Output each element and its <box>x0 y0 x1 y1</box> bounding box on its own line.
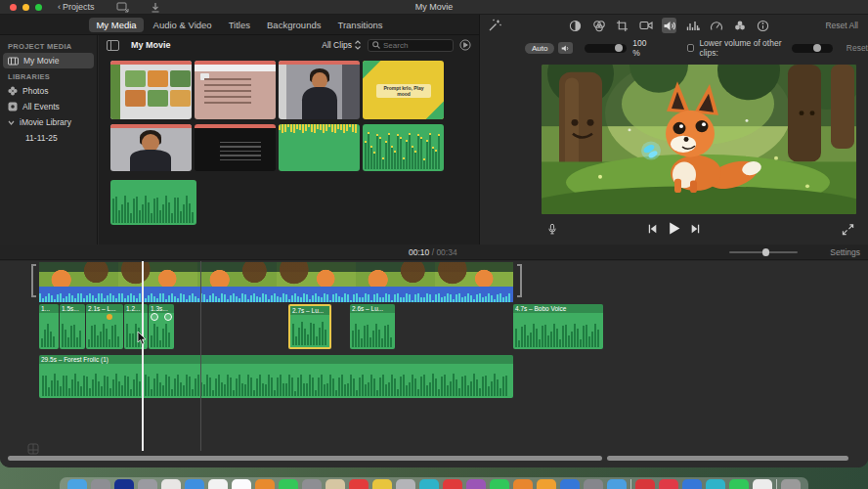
dock-app-icon[interactable] <box>659 479 678 489</box>
dock-app-icon[interactable] <box>635 479 655 489</box>
timeline-hscrollbar[interactable] <box>8 456 602 461</box>
media-thumbnail-audio-2[interactable] <box>363 124 444 171</box>
dock-app-icon[interactable] <box>443 479 462 489</box>
playhead[interactable] <box>142 261 144 451</box>
sidebar-item-photos[interactable]: Photos <box>0 83 97 99</box>
audio-clip-2[interactable]: 1.5s... <box>60 304 85 349</box>
noise-reduction-icon[interactable] <box>685 18 700 33</box>
preview-viewer[interactable] <box>542 65 856 214</box>
close-window-button[interactable] <box>10 4 17 11</box>
media-thumbnail-document[interactable] <box>195 61 276 119</box>
dock-app-icon[interactable] <box>91 479 110 489</box>
tab-backgrounds[interactable]: Backgrounds <box>260 18 327 32</box>
chevron-down-icon[interactable] <box>8 120 15 125</box>
audio-clip-6-selected[interactable]: 2.7s – Lu... <box>288 304 331 349</box>
dock-app-icon[interactable] <box>781 479 801 489</box>
dock-app-icon[interactable] <box>513 479 533 489</box>
skip-back-button[interactable] <box>646 223 658 235</box>
color-correction-icon[interactable] <box>591 18 606 33</box>
dock-app-icon[interactable] <box>466 479 486 489</box>
sidebar-item-imovie-library[interactable]: iMovie Library <box>0 114 97 130</box>
dock-app-icon[interactable] <box>161 479 181 489</box>
dock-app-icon[interactable] <box>490 479 509 489</box>
reset-all-button[interactable]: Reset All <box>825 21 858 30</box>
import-media-icon[interactable] <box>116 2 129 13</box>
skip-forward-button[interactable] <box>690 223 702 235</box>
dock-app-icon[interactable] <box>607 479 627 489</box>
search-input[interactable] <box>383 41 449 50</box>
dock-app-icon[interactable] <box>682 479 702 489</box>
play-button[interactable] <box>667 221 681 236</box>
music-clip[interactable]: 29.5s – Forest Frolic (1) <box>39 355 513 398</box>
video-audio-track[interactable] <box>39 287 513 302</box>
zoom-window-button[interactable] <box>35 4 42 11</box>
ducking-slider[interactable] <box>792 44 833 53</box>
dock-app-icon[interactable] <box>255 479 275 489</box>
clip-filter-dropdown[interactable]: All Clips <box>322 40 362 50</box>
auto-volume-button[interactable]: Auto <box>525 43 554 54</box>
lower-volume-checkbox[interactable] <box>687 44 694 52</box>
dock-app-icon[interactable] <box>279 479 298 489</box>
video-clip-filmstrip[interactable] <box>39 262 513 287</box>
audio-clip-8[interactable]: 4.7s – Bobo Voice <box>513 304 603 349</box>
sidebar-item-all-events[interactable]: All Events <box>0 99 97 114</box>
clip-trim-handle-left[interactable] <box>31 264 36 297</box>
timeline-settings-button[interactable]: Settings <box>830 247 860 257</box>
stabilization-icon[interactable] <box>638 18 653 33</box>
dock-app-icon[interactable] <box>584 479 603 489</box>
media-thumbnail-presenter[interactable] <box>279 61 360 119</box>
volume-icon[interactable] <box>662 18 676 33</box>
ducking-slider-knob[interactable] <box>813 44 821 52</box>
audio-clip-7[interactable]: 2.6s – Lu... <box>350 304 395 349</box>
audio-clip-3[interactable]: 2.1s – L... <box>86 304 123 349</box>
info-icon[interactable] <box>756 18 770 33</box>
browser-appearance-icon[interactable] <box>107 40 119 51</box>
mute-button[interactable] <box>558 42 572 54</box>
media-thumbnail-audio-3[interactable] <box>110 180 196 225</box>
dock-app-icon[interactable] <box>706 479 725 489</box>
speed-icon[interactable] <box>709 18 723 33</box>
dock-app-icon[interactable] <box>208 479 228 489</box>
dock-app-icon[interactable] <box>138 479 157 489</box>
dock-app-icon[interactable] <box>396 479 415 489</box>
tab-my-media[interactable]: My Media <box>89 18 143 32</box>
clip-filter-icon[interactable] <box>732 18 747 33</box>
audio-clip-5[interactable]: 1.3s... <box>149 304 174 349</box>
enhance-wand-icon[interactable] <box>488 19 501 32</box>
timeline[interactable]: 1... 1.5s... 2.1s – L... 1.2... 1.3s... … <box>0 261 868 467</box>
fullscreen-icon[interactable] <box>842 223 854 236</box>
media-thumbnail-terminal[interactable] <box>195 124 276 171</box>
dock-app-icon[interactable] <box>114 479 134 489</box>
media-thumbnail-webcam[interactable] <box>110 124 192 171</box>
dock-app-icon[interactable] <box>67 479 87 489</box>
tab-audio-video[interactable]: Audio & Video <box>147 18 219 32</box>
media-thumbnail-screenshot-grid[interactable] <box>110 61 192 119</box>
crop-icon[interactable] <box>615 18 629 33</box>
dock-app-icon[interactable] <box>419 479 439 489</box>
projects-back-button[interactable]: ‹ Projects <box>58 2 95 12</box>
dock-app-icon[interactable] <box>302 479 322 489</box>
volume-slider[interactable] <box>585 44 628 53</box>
hide-browser-icon[interactable] <box>459 39 471 51</box>
sidebar-item-my-movie[interactable]: My Movie <box>3 53 94 68</box>
media-thumbnail-design[interactable]: Prompt krlo, Play mood <box>363 61 444 119</box>
minimize-window-button[interactable] <box>22 4 29 11</box>
dock-app-icon[interactable] <box>349 479 369 489</box>
tab-titles[interactable]: Titles <box>222 18 257 32</box>
dock-app-icon[interactable] <box>326 479 345 489</box>
timeline-hscrollbar[interactable] <box>607 456 848 461</box>
dock-app-icon[interactable] <box>185 479 204 489</box>
color-balance-icon[interactable] <box>568 18 583 33</box>
timeline-zoom-slider[interactable] <box>729 251 798 253</box>
download-icon[interactable] <box>151 2 160 13</box>
reset-button[interactable]: Reset <box>846 43 868 53</box>
media-thumbnail-audio-1[interactable] <box>279 124 360 171</box>
volume-slider-knob[interactable] <box>615 44 623 52</box>
search-field[interactable] <box>368 39 454 52</box>
clip-trim-handle-right[interactable] <box>517 264 522 297</box>
dock-app-icon[interactable] <box>537 479 556 489</box>
sidebar-item-event-date[interactable]: 11-11-25 <box>0 130 97 146</box>
dock-app-icon[interactable] <box>232 479 251 489</box>
dock-app-icon[interactable] <box>560 479 580 489</box>
dock-app-icon[interactable] <box>753 479 772 489</box>
